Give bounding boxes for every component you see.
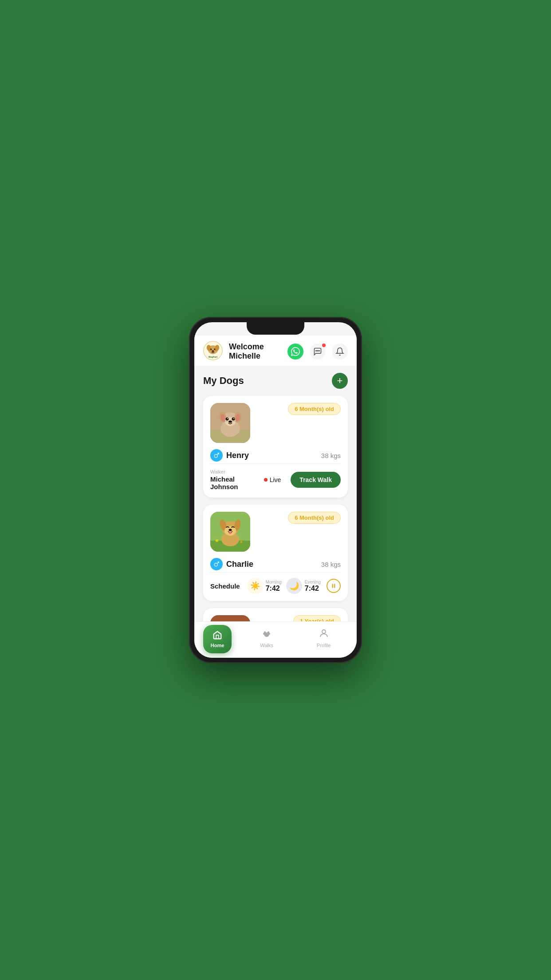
whatsapp-icon [291, 347, 300, 356]
svg-point-25 [233, 418, 234, 419]
chat-button[interactable] [310, 344, 326, 360]
svg-point-29 [214, 454, 217, 458]
henry-dog-svg [210, 403, 250, 443]
henry-name: Henry [226, 451, 249, 460]
bell-icon [335, 347, 344, 356]
notch [247, 322, 304, 335]
henry-weight: 38 kgs [321, 452, 341, 459]
morning-icon: ☀️ [247, 578, 263, 594]
svg-point-6 [211, 349, 212, 349]
evening-time-block: 🌙 Evening 7:42 [286, 578, 321, 594]
evening-period-label: Evening [305, 580, 321, 585]
nav-item-profile[interactable]: Profile [299, 625, 348, 651]
dog-photo-henry [210, 403, 250, 443]
wagkart-logo: WagKart [203, 341, 223, 360]
profile-icon [319, 628, 329, 641]
svg-point-24 [227, 418, 228, 419]
dog-card-top-third: 1 Year(s) old [210, 615, 341, 621]
svg-point-8 [212, 350, 214, 352]
charlie-gender-icon [210, 558, 223, 570]
third-dog-svg [210, 615, 250, 621]
henry-name-row: Henry 38 kgs [210, 449, 341, 462]
svg-point-10 [316, 351, 317, 352]
henry-gender-icon [210, 449, 223, 462]
morning-period-label: Morning [266, 580, 282, 585]
section-header: My Dogs + [203, 373, 348, 389]
dog-photo-third [210, 615, 250, 621]
header-icons [287, 344, 348, 360]
bottom-navigation: Home Walks [194, 621, 357, 658]
home-btn-container: Home [203, 625, 232, 653]
charlie-name-row: Charlie 38 kgs [210, 558, 341, 570]
svg-point-34 [240, 541, 243, 543]
svg-point-5 [214, 348, 216, 350]
svg-point-67 [269, 633, 270, 634]
home-button[interactable]: Home [203, 625, 232, 653]
charlie-dog-svg [210, 512, 250, 552]
walks-icon [261, 628, 272, 641]
phone-frame: WagKart Welcome Michelle [189, 317, 362, 663]
svg-point-4 [210, 348, 212, 350]
paw-icon [261, 628, 272, 639]
add-dog-button[interactable]: + [332, 373, 348, 389]
svg-point-33 [216, 539, 218, 542]
home-label: Home [211, 643, 224, 648]
svg-point-12 [319, 351, 320, 352]
henry-name-left: Henry [210, 449, 249, 462]
nav-item-walks[interactable]: Walks [243, 625, 291, 651]
section-title: My Dogs [203, 375, 244, 387]
charlie-name-left: Charlie [210, 558, 253, 570]
svg-point-69 [322, 630, 326, 633]
notification-button[interactable] [332, 344, 348, 360]
whatsapp-button[interactable] [287, 344, 303, 360]
svg-point-7 [215, 349, 215, 349]
svg-point-23 [232, 418, 235, 421]
live-indicator: Live [264, 476, 281, 483]
morning-time-info: Morning 7:42 [266, 580, 282, 593]
walks-label: Walks [260, 643, 273, 648]
live-dot [264, 478, 268, 482]
svg-point-66 [264, 633, 264, 634]
chat-badge [321, 343, 327, 348]
third-age-badge: 1 Year(s) old [293, 615, 341, 621]
svg-point-22 [226, 418, 229, 421]
charlie-weight: 38 kgs [321, 561, 341, 568]
svg-point-41 [229, 529, 232, 531]
charlie-name: Charlie [226, 560, 253, 569]
track-walk-button[interactable]: Track Walk [291, 472, 341, 488]
charlie-age-badge: 6 Month(s) old [288, 512, 341, 524]
dog-card-henry: 6 Month(s) old H [203, 396, 348, 498]
svg-point-43 [214, 563, 217, 566]
henry-walker-section: Walker Micheal Johnson Live Track Walk [210, 463, 341, 490]
svg-point-65 [268, 632, 269, 633]
app-screen: WagKart Welcome Michelle [194, 322, 357, 621]
home-svg-icon [213, 630, 222, 640]
svg-point-42 [229, 532, 232, 534]
phone-screen: WagKart Welcome Michelle [194, 322, 357, 658]
dog-card-info-charlie: 6 Month(s) old [256, 512, 341, 524]
evening-time-value: 7:42 [305, 585, 321, 593]
profile-label: Profile [317, 643, 331, 648]
henry-walker-name: Micheal Johnson [210, 475, 259, 490]
main-content: My Dogs + [194, 366, 357, 621]
dog-card-top-charlie: 6 Month(s) old [210, 512, 341, 552]
dog-card-top-henry: 6 Month(s) old [210, 403, 341, 443]
dog-card-info-third: 1 Year(s) old [256, 615, 341, 621]
svg-rect-45 [332, 584, 333, 588]
home-icon [213, 630, 222, 643]
morning-time-value: 7:42 [266, 585, 282, 593]
live-text: Live [270, 476, 281, 483]
henry-age-badge: 6 Month(s) old [288, 403, 341, 415]
svg-point-26 [228, 421, 232, 423]
evening-icon: 🌙 [286, 578, 302, 594]
svg-point-68 [265, 634, 268, 636]
pause-button[interactable] [327, 579, 341, 593]
dog-card-info-henry: 6 Month(s) old [256, 403, 341, 415]
henry-walker-label: Walker [210, 469, 259, 474]
henry-walker-info: Walker Micheal Johnson [210, 469, 259, 490]
male-icon [213, 452, 220, 458]
welcome-text: Welcome Michelle [229, 342, 287, 361]
dog-photo-charlie [210, 512, 250, 552]
svg-rect-47 [210, 615, 250, 621]
evening-time-info: Evening 7:42 [305, 580, 321, 593]
